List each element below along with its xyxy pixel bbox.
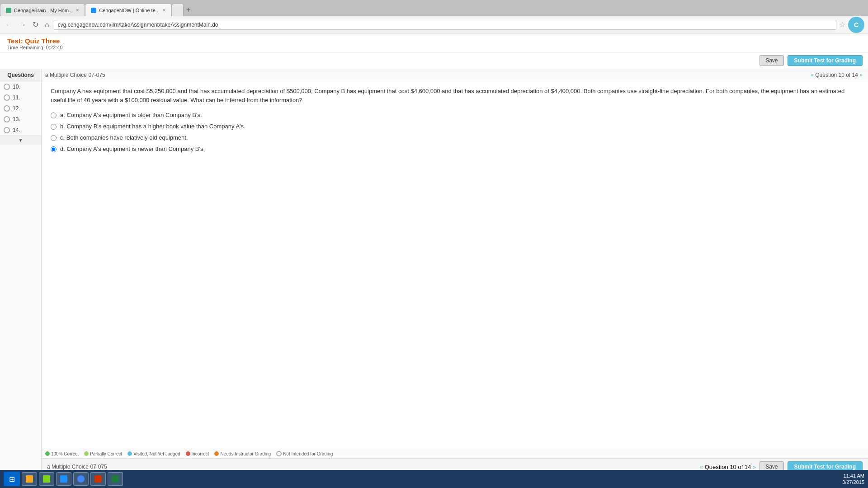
time-label: Time Remaining: [7,45,45,50]
bottom-nav-next[interactable]: » [753,464,756,470]
status-instructor: Needs Instructor Grading [214,451,271,456]
chrome-icon [77,475,85,483]
media-icon [43,475,50,483]
page-content: Test: Quiz Three Time Remaining: 0:22:40… [0,33,868,488]
tab-close-1[interactable]: ✕ [75,8,79,13]
dot-incorrect [186,451,190,456]
tab-bar: CengageBrain - My Hom... ✕ CengageNOW | … [0,0,868,16]
windows-icon: ⊞ [9,475,15,483]
question-label: a Multiple Choice 07-075 [45,72,105,78]
status-bar: 100% Correct Partially Correct Visited, … [42,449,868,458]
scroll-down-arrow[interactable]: ▼ [0,136,41,145]
answer-option-b[interactable]: b. Company B's equipment has a higher bo… [51,123,859,130]
start-button[interactable]: ⊞ [4,472,20,486]
submit-button-top[interactable]: Submit Test for Grading [788,55,863,66]
taskbar-ie[interactable] [56,472,71,486]
taskbar-outlook[interactable] [90,472,106,486]
question-num-12: 12. [13,105,20,112]
answer-option-d[interactable]: d. Company A's equipment is newer than C… [51,145,859,152]
question-text: Company A has equipment that cost $5,250… [51,87,859,104]
answer-option-c[interactable]: c. Both companies have relatively old eq… [51,134,859,141]
taskbar-chrome[interactable] [73,472,89,486]
answer-label-b[interactable]: b. Company B's equipment has a higher bo… [60,123,245,130]
status-partial-label: Partially Correct [90,451,122,456]
tab-2[interactable]: CengageNOW | Online te... ✕ [85,4,172,16]
question-nav-11[interactable]: 11. [0,92,41,103]
dot-instructor [214,451,219,456]
cengage-avatar: C [848,17,864,33]
tab-favicon-2 [91,8,96,13]
radio-b[interactable] [51,124,57,130]
sidebar-header: Questions [0,69,41,81]
question-num-11: 11. [13,94,20,101]
refresh-button[interactable]: ↻ [31,19,40,30]
taskbar-excel[interactable] [108,472,123,486]
test-title: Test: Quiz Three [7,37,861,45]
radio-c[interactable] [51,135,57,141]
nav-count: Question 10 of 14 [815,72,858,78]
status-notgraded-label: Not Intended for Grading [283,451,333,456]
taskbar-media[interactable] [39,472,54,486]
question-num-10: 10. [13,84,20,90]
status-correct: 100% Correct [45,451,79,456]
bookmark-button[interactable]: ☆ [839,20,845,29]
answer-label-a[interactable]: a. Company A's equipment is older than C… [60,112,202,118]
question-radio-11 [4,94,10,101]
question-nav-13[interactable]: 13. [0,114,41,125]
question-nav-12[interactable]: 12. [0,103,41,114]
tab-3[interactable] [172,4,184,16]
dot-visited [127,451,132,456]
forward-button[interactable]: → [17,20,28,30]
top-toolbar: Save Submit Test for Grading [0,52,868,69]
answer-option-a[interactable]: a. Company A's equipment is older than C… [51,112,859,118]
question-nav-text: « Question 10 of 14 » [811,72,863,78]
question-radio-12 [4,105,10,112]
question-radio-10 [4,84,10,90]
status-correct-label: 100% Correct [51,451,79,456]
address-bar[interactable] [54,20,836,30]
bottom-question-label: a Multiple Choice 07-075 [47,464,107,470]
new-tab-button[interactable]: + [184,4,193,16]
nav-prev[interactable]: « [811,72,814,78]
answer-label-c[interactable]: c. Both companies have relatively old eq… [60,134,188,141]
time-value: 0:22:40 [46,45,63,50]
tab-1[interactable]: CengageBrain - My Hom... ✕ [0,4,85,16]
radio-a[interactable] [51,113,57,118]
taskbar-time-value: 11:41 AM [842,473,864,479]
tab-label-1: CengageBrain - My Hom... [14,8,73,13]
question-num-14: 14. [13,127,20,133]
status-instructor-label: Needs Instructor Grading [220,451,271,456]
taskbar-files[interactable] [22,472,37,486]
nav-next[interactable]: » [859,72,863,78]
bottom-nav-count: Question 10 of 14 [705,464,751,470]
status-incorrect-label: Incorrect [192,451,209,456]
content-wrapper: a Multiple Choice 07-075 « Question 10 o… [42,69,868,475]
dot-notgraded [276,451,282,456]
home-button[interactable]: ⌂ [43,20,51,30]
question-radio-13 [4,116,10,122]
nav-bar: ← → ↻ ⌂ ☆ C [0,16,868,33]
status-visited-label: Visited, Not Yet Judged [133,451,180,456]
radio-d[interactable] [51,146,57,152]
dot-partial [84,451,89,456]
dot-correct [45,451,50,456]
status-incorrect: Incorrect [186,451,209,456]
question-nav-14[interactable]: 14. [0,125,41,136]
bottom-nav-prev[interactable]: « [700,464,703,470]
back-button[interactable]: ← [4,20,14,30]
bottom-nav-text: « Question 10 of 14 » [700,464,756,470]
save-button-top[interactable]: Save [760,55,783,66]
tab-close-2[interactable]: ✕ [162,8,166,13]
main-area: Questions 10. 11. 12. 13. [0,69,868,475]
status-partial: Partially Correct [84,451,122,456]
taskbar-clock: 11:41 AM 3/27/2015 [842,473,864,486]
time-remaining: Time Remaining: 0:22:40 [7,45,861,50]
status-visited: Visited, Not Yet Judged [127,451,180,456]
question-nav-10[interactable]: 10. [0,81,41,92]
test-header: Test: Quiz Three Time Remaining: 0:22:40 [0,33,868,52]
tab-favicon-1 [6,8,11,13]
status-notgraded: Not Intended for Grading [276,451,333,456]
tab-label-2: CengageNOW | Online te... [99,8,160,13]
answer-label-d[interactable]: d. Company A's equipment is newer than C… [60,145,205,152]
taskbar-date-value: 3/27/2015 [842,479,864,485]
